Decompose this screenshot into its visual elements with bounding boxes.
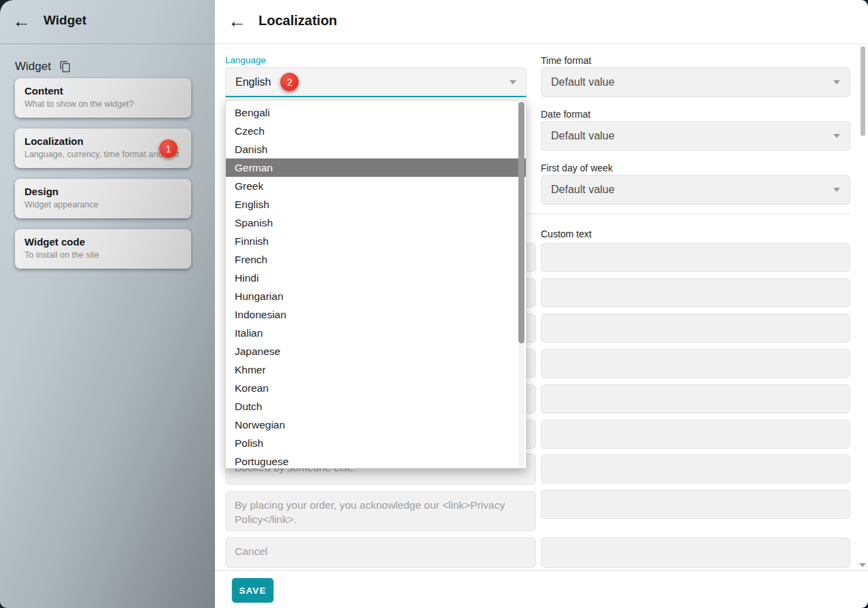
dropdown-option[interactable]: English: [226, 195, 526, 214]
chevron-down-icon: [510, 80, 516, 84]
save-button[interactable]: SAVE: [232, 578, 273, 603]
custom-text-input[interactable]: [541, 537, 850, 568]
header-divider: [215, 44, 868, 44]
time-format-value: Default value: [551, 76, 614, 88]
sidebar-item-design[interactable]: Design Widget appearance: [15, 179, 191, 218]
custom-text-input[interactable]: [541, 349, 850, 378]
custom-text-input[interactable]: [541, 454, 850, 484]
first-day-of-week-value: Default value: [551, 184, 614, 196]
card-title: Content: [24, 85, 182, 97]
dropdown-option[interactable]: Japanese: [226, 342, 526, 360]
main-scrollbar-thumb[interactable]: [861, 46, 865, 136]
footer-divider: [215, 570, 868, 571]
sidebar-item-widget-code[interactable]: Widget code To install on the site: [15, 229, 191, 269]
card-subtitle: What to show on the widget?: [24, 99, 182, 109]
sidebar: ← Widget Widget Content What to show on …: [0, 0, 215, 608]
language-label: Language: [225, 55, 266, 65]
dropdown-option[interactable]: Bengali: [226, 103, 526, 122]
custom-text-input[interactable]: [541, 278, 850, 307]
scroll-down-arrow-icon[interactable]: [859, 563, 866, 567]
chevron-down-icon: [833, 134, 840, 138]
dropdown-option[interactable]: Greek: [226, 177, 526, 195]
dropdown-option[interactable]: Khmer: [226, 360, 526, 379]
dropdown-option[interactable]: Finnish: [226, 232, 526, 250]
card-title: Design: [24, 186, 182, 197]
dropdown-option[interactable]: Dutch: [226, 397, 526, 416]
chevron-down-icon: [833, 80, 840, 84]
date-format-value: Default value: [551, 130, 614, 142]
dropdown-option[interactable]: Polish: [226, 434, 526, 452]
language-value: English: [235, 76, 271, 88]
dropdown-option[interactable]: Italian: [226, 324, 526, 342]
dropdown-option[interactable]: Danish: [226, 140, 526, 158]
card-title: Widget code: [24, 236, 182, 248]
dropdown-scrollbar-track[interactable]: [518, 102, 524, 467]
dropdown-option[interactable]: Spanish: [226, 214, 526, 232]
page-title: Localization: [258, 13, 337, 29]
language-select[interactable]: English 2: [225, 67, 527, 97]
custom-text-input[interactable]: [541, 243, 850, 272]
dropdown-option[interactable]: French: [226, 250, 526, 269]
date-format-select[interactable]: Default value: [541, 121, 850, 151]
dropdown-option[interactable]: Hungarian: [226, 287, 526, 305]
main-back-arrow-icon[interactable]: ←: [228, 10, 246, 32]
dropdown-option[interactable]: Hindi: [226, 269, 526, 287]
card-subtitle: Language, currency, time format and text: [24, 150, 182, 159]
sidebar-item-content[interactable]: Content What to show on the widget?: [15, 78, 191, 118]
dropdown-option[interactable]: Indonesian: [226, 305, 526, 324]
card-subtitle: Widget appearance: [24, 200, 182, 209]
custom-text-input[interactable]: [541, 420, 850, 449]
language-badge: 2: [280, 73, 299, 91]
sidebar-title: Widget: [44, 13, 86, 28]
custom-text-input[interactable]: [541, 384, 850, 413]
localization-badge: 1: [159, 139, 178, 158]
chevron-down-icon: [833, 188, 840, 192]
dropdown-option-selected[interactable]: German: [226, 158, 526, 177]
dropdown-option[interactable]: Korean: [226, 379, 526, 397]
custom-text-input[interactable]: [541, 314, 850, 343]
first-day-of-week-label: First day of week: [541, 163, 613, 173]
first-day-of-week-select[interactable]: Default value: [541, 175, 850, 205]
cancel-default-field[interactable]: Cancel: [225, 537, 536, 568]
widget-section-row: Widget: [15, 60, 71, 73]
custom-text-input[interactable]: [541, 490, 850, 519]
sidebar-header: [0, 0, 215, 44]
date-format-label: Date format: [541, 109, 590, 120]
time-format-label: Time format: [541, 55, 591, 66]
copy-icon[interactable]: [59, 61, 71, 73]
sidebar-item-localization[interactable]: Localization Language, currency, time fo…: [15, 129, 191, 168]
card-subtitle: To install on the site: [24, 250, 182, 260]
widget-section-label: Widget: [15, 60, 51, 73]
card-title: Localization: [24, 135, 182, 147]
custom-text-label: Custom text: [541, 229, 592, 239]
sidebar-back-arrow-icon[interactable]: ←: [12, 10, 31, 32]
dropdown-scrollbar-thumb[interactable]: [518, 102, 524, 343]
privacy-policy-default-field[interactable]: By placing your order, you acknowledge o…: [225, 491, 536, 531]
dropdown-option[interactable]: Norwegian: [226, 416, 526, 434]
language-dropdown-list: Bengali Czech Danish German Greek Englis…: [225, 100, 527, 469]
time-format-select[interactable]: Default value: [541, 67, 850, 97]
dropdown-option[interactable]: Czech: [226, 122, 526, 140]
dropdown-option[interactable]: Portuguese: [226, 452, 526, 469]
